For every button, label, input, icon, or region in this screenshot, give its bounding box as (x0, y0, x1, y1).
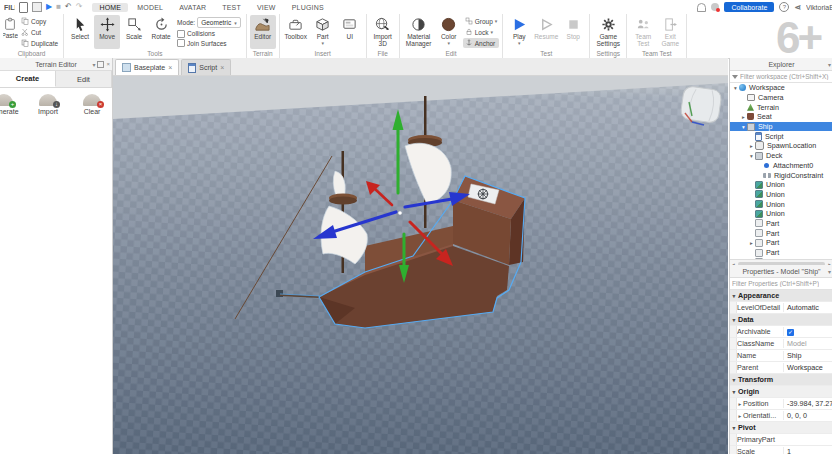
property-row-levelofdetail[interactable]: LevelOfDetailAutomatic (730, 302, 832, 314)
section-collapse-icon[interactable]: ▾ (730, 293, 738, 299)
join-surfaces-checkbox[interactable] (177, 39, 185, 47)
property-row-archivable[interactable]: Archivable✓ (730, 326, 832, 338)
tree-expanded-arrow-icon[interactable]: ▾ (732, 85, 739, 91)
properties-dropdown-icon[interactable]: ▾ (828, 268, 831, 275)
property-value[interactable]: 0, 0, 0 (783, 411, 832, 420)
expand-property-icon[interactable]: ▸ (737, 401, 743, 407)
rotate-tool-button[interactable]: Rotate (148, 15, 174, 49)
terrain-tab-create[interactable]: Create (0, 71, 56, 87)
tree-collapsed-arrow-icon[interactable]: ▸ (740, 114, 747, 120)
section-collapse-icon[interactable]: ▾ (730, 389, 738, 395)
collaborate-button[interactable]: Collaborate (724, 2, 774, 12)
tree-item-union[interactable]: Union (730, 199, 832, 209)
section-collapse-icon[interactable]: ▾ (730, 317, 738, 323)
tab-model[interactable]: MODEL (130, 3, 170, 12)
panel-dropdown-icon[interactable]: ▾ (92, 61, 95, 68)
panel-float-icon[interactable] (97, 61, 104, 68)
3d-viewport[interactable] (113, 76, 728, 454)
property-row-classname[interactable]: ClassNameModel (730, 338, 832, 350)
tree-item-camera[interactable]: Camera (730, 93, 832, 103)
help-icon[interactable]: ? (779, 2, 789, 12)
archivable-checkbox[interactable]: ✓ (787, 329, 794, 336)
property-value[interactable]: Workspace (783, 363, 832, 372)
tab-avatar[interactable]: AVATAR (172, 3, 213, 12)
tab-view[interactable]: VIEW (250, 3, 283, 12)
property-value[interactable]: Ship (783, 351, 832, 360)
explorer-dropdown-icon[interactable]: ▾ (828, 61, 831, 68)
section-collapse-icon[interactable]: ▾ (730, 425, 738, 431)
material-manager-button[interactable]: Material Manager (403, 15, 435, 49)
tree-expanded-arrow-icon[interactable]: ▾ (748, 153, 755, 159)
tree-item-spawnlocation[interactable]: ▸SpawnLocation (730, 141, 832, 151)
tree-item-deck[interactable]: ▾Deck (730, 151, 832, 161)
property-value[interactable]: Automatic (783, 303, 832, 312)
tree-item-part[interactable]: ▸Part (730, 238, 832, 248)
tree-item-attachment0[interactable]: Attachment0 (730, 161, 832, 171)
share-icon[interactable]: ⋖ (794, 3, 801, 12)
expand-property-icon[interactable]: ▸ (737, 413, 743, 419)
property-row-parent[interactable]: ParentWorkspace (730, 362, 832, 374)
tree-item-rigidconstraint[interactable]: RigidConstraint (730, 170, 832, 180)
clear-terrain-button[interactable]: × Clear (75, 94, 109, 115)
undo-icon[interactable]: ↶ (65, 2, 72, 12)
tree-item-union[interactable]: Union (730, 190, 832, 200)
lock-button[interactable]: Lock▾ (463, 27, 500, 37)
scale-tool-button[interactable]: Scale (121, 15, 147, 49)
property-section-origin[interactable]: ▾Origin (730, 386, 832, 398)
terrain-tab-edit[interactable]: Edit (56, 71, 112, 87)
part-button[interactable]: Part ▾ (310, 15, 336, 49)
property-section-transform[interactable]: ▾Transform (730, 374, 832, 386)
doc-tab-script[interactable]: Script × (181, 59, 231, 75)
tree-item-script[interactable]: Script (730, 131, 832, 141)
new-file-icon[interactable] (19, 2, 28, 13)
tree-item-ship[interactable]: ▾Ship (730, 122, 832, 132)
tree-item-union[interactable]: Union (730, 180, 832, 190)
tree-collapsed-arrow-icon[interactable]: ▸ (748, 240, 755, 246)
import-terrain-button[interactable]: ↓ Import (31, 94, 65, 115)
play-quick-icon[interactable]: ▶ (46, 2, 52, 12)
property-value[interactable]: -39.984, 37.277, 4... (783, 399, 832, 408)
copy-button[interactable]: Copy (19, 16, 60, 26)
user-name[interactable]: ViktoriaB (806, 4, 832, 11)
generate-terrain-button[interactable]: + Generate (0, 94, 21, 115)
import-3d-button[interactable]: Import 3D (370, 15, 396, 49)
close-baseplate-tab-icon[interactable]: × (168, 64, 172, 71)
explorer-filter-input[interactable]: Filter workspace (Ctrl+Shift+X) (730, 71, 832, 83)
tab-home[interactable]: HOME (92, 3, 128, 12)
property-row-name[interactable]: NameShip (730, 350, 832, 362)
property-row-scale[interactable]: Scale1 (730, 446, 832, 454)
property-section-pivot[interactable]: ▾Pivot (730, 422, 832, 434)
ui-button[interactable]: UI (337, 15, 363, 49)
property-row-primarypart[interactable]: PrimaryPart (730, 434, 832, 446)
avatar[interactable] (711, 3, 719, 11)
play-button[interactable]: Play ▾ (506, 15, 532, 49)
tree-collapsed-arrow-icon[interactable]: ▸ (748, 143, 755, 149)
property-row-position[interactable]: ▸Position-39.984, 37.277, 4... (730, 398, 832, 410)
group-button[interactable]: Group▾ (463, 16, 500, 26)
tree-item-part[interactable]: Part (730, 219, 832, 229)
doc-tab-baseplate[interactable]: Baseplate × (115, 59, 179, 75)
gizmo-center-handle[interactable] (398, 211, 402, 215)
terrain-editor-button[interactable]: Editor (250, 15, 276, 49)
move-tool-button[interactable]: Move (94, 15, 120, 49)
tree-item-part[interactable]: Part (730, 228, 832, 238)
tree-item-part[interactable]: Part (730, 248, 832, 258)
property-row-orientati-[interactable]: ▸Orientati...0, 0, 0 (730, 410, 832, 422)
cut-button[interactable]: Cut (19, 27, 60, 37)
anchor-button[interactable]: Anchor (463, 38, 500, 48)
toolbox-button[interactable]: Toolbox (283, 15, 309, 49)
tree-item-workspace[interactable]: ▾Workspace (730, 83, 832, 93)
properties-filter-input[interactable]: Filter Properties (Ctrl+Shift+P) (730, 278, 832, 290)
property-value[interactable]: ✓ (783, 327, 832, 336)
tab-test[interactable]: TEST (215, 3, 248, 12)
property-value[interactable]: 1 (783, 447, 832, 454)
select-tool-button[interactable]: Select (67, 15, 93, 49)
view-cube[interactable] (680, 86, 722, 125)
collisions-checkbox[interactable] (177, 30, 185, 38)
viewport-scene[interactable] (113, 76, 728, 454)
tree-expanded-arrow-icon[interactable]: ▾ (740, 124, 747, 130)
tree-item-seat[interactable]: ▸Seat (730, 112, 832, 122)
tree-item-union[interactable]: Union (730, 209, 832, 219)
mode-dropdown[interactable]: Geometric▾ (197, 17, 241, 28)
property-section-data[interactable]: ▾Data (730, 314, 832, 326)
